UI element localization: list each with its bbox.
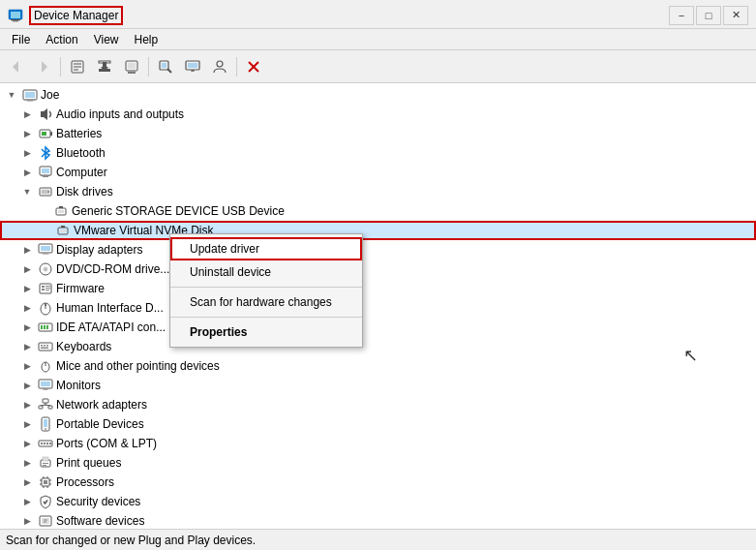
expand-monitors[interactable]: ▶: [19, 378, 35, 393]
expand-display[interactable]: ▶: [19, 242, 35, 258]
expand-bluetooth[interactable]: ▶: [19, 145, 35, 161]
svg-point-91: [45, 428, 46, 430]
svg-rect-102: [44, 480, 47, 484]
tree-item-ports[interactable]: ▶ Ports (COM & LPT): [0, 434, 756, 453]
tree-item-monitors[interactable]: ▶ Monitors: [0, 376, 756, 395]
svg-rect-63: [45, 290, 49, 290]
tree-item-mice[interactable]: ▶ Mice and other pointing devices: [0, 356, 756, 376]
tree-item-security[interactable]: ▶ Security devices: [0, 492, 756, 511]
expand-dvd[interactable]: ▶: [19, 261, 35, 277]
expand-ports[interactable]: ▶: [19, 436, 35, 451]
tree-item-firmware[interactable]: ▶ Firmware: [0, 279, 756, 298]
svg-rect-28: [25, 92, 35, 98]
expand-processors[interactable]: ▶: [19, 474, 35, 490]
menu-help[interactable]: Help: [127, 31, 166, 48]
expand-software[interactable]: ▶: [19, 513, 35, 529]
menu-view[interactable]: View: [86, 31, 127, 48]
icon-ports: [38, 436, 53, 451]
tree-item-audio[interactable]: ▶ Audio inputs and outputs: [0, 105, 756, 124]
expand-mice[interactable]: ▶: [19, 358, 35, 374]
svg-marker-4: [13, 61, 18, 73]
back-button[interactable]: [4, 55, 29, 78]
expand-hid[interactable]: ▶: [19, 300, 35, 316]
label-processors: Processors: [56, 475, 114, 489]
expand-keyboards[interactable]: ▶: [19, 339, 35, 354]
icon-joe: [22, 87, 38, 103]
ctx-uninstall-device[interactable]: Uninstall device: [170, 260, 362, 284]
close-button[interactable]: ✕: [723, 6, 748, 25]
svg-rect-40: [43, 176, 48, 177]
expand-audio[interactable]: ▶: [19, 107, 35, 122]
maximize-button[interactable]: □: [696, 6, 721, 25]
tree-item-network[interactable]: ▶ Network adapters: [0, 395, 756, 414]
icon-mice: [38, 358, 53, 374]
svg-point-94: [44, 443, 45, 444]
tree-item-computer[interactable]: ▶ Computer: [0, 163, 756, 182]
label-keyboards: Keyboards: [56, 340, 111, 353]
expand-vmware: [37, 223, 52, 238]
expand-diskdrives[interactable]: ▼: [19, 184, 35, 199]
toolbar-sep-1: [60, 57, 61, 76]
ctx-scan-hardware[interactable]: Scan for hardware changes: [170, 290, 362, 314]
tree-item-dvd[interactable]: ▶ DVD/CD-ROM drive...: [0, 260, 756, 279]
icon-software: [38, 513, 53, 529]
minimize-button[interactable]: −: [669, 6, 694, 25]
label-ports: Ports (COM & LPT): [56, 437, 157, 450]
tree-item-display[interactable]: ▶ Display adapters: [0, 240, 756, 260]
icon-network: [38, 397, 53, 412]
tree-item-keyboards[interactable]: ▶ Keyboards: [0, 337, 756, 356]
update-driver-button[interactable]: [92, 55, 117, 78]
svg-rect-112: [42, 518, 49, 524]
label-mice: Mice and other pointing devices: [56, 359, 220, 373]
tree-item-software[interactable]: ▶ Software devices: [0, 511, 756, 529]
tree-item-processors[interactable]: ▶ Processors: [0, 473, 756, 492]
menu-action[interactable]: Action: [38, 31, 85, 48]
svg-marker-5: [42, 61, 47, 73]
icon-diskdrives: [38, 184, 53, 199]
expand-ide[interactable]: ▶: [19, 320, 35, 335]
window-controls: − □ ✕: [669, 6, 748, 25]
expand-batteries[interactable]: ▶: [19, 126, 35, 141]
properties-button[interactable]: [65, 55, 90, 78]
monitor-button[interactable]: [180, 55, 205, 78]
expand-firmware[interactable]: ▶: [19, 281, 35, 296]
title-bar-left: Device Manager: [8, 6, 123, 25]
remove-button[interactable]: [241, 55, 266, 78]
label-ide: IDE ATA/ATAPI con...: [56, 321, 166, 334]
expand-joe[interactable]: ▼: [4, 87, 19, 103]
svg-rect-85: [48, 406, 52, 409]
ctx-properties[interactable]: Properties: [170, 321, 362, 344]
svg-rect-3: [11, 19, 20, 20]
tree-item-joe[interactable]: ▼ Joe: [0, 85, 756, 105]
svg-point-24: [217, 61, 223, 67]
user-button[interactable]: [207, 55, 232, 78]
tree-view[interactable]: ▼ Joe ▶ Audio inputs and outputs: [0, 83, 756, 529]
tree-item-print[interactable]: ▶ Print queues: [0, 453, 756, 473]
tree-item-batteries[interactable]: ▶ Batteries: [0, 124, 756, 143]
expand-computer[interactable]: ▶: [19, 165, 35, 180]
icon-portable: [38, 416, 53, 432]
svg-line-88: [45, 405, 50, 406]
ctx-update-driver[interactable]: Update driver: [170, 237, 362, 260]
tree-item-vmware[interactable]: VMware Virtual NVMe Disk: [0, 221, 756, 240]
expand-security[interactable]: ▶: [19, 494, 35, 509]
svg-rect-15: [128, 63, 136, 69]
expand-portable[interactable]: ▶: [19, 416, 35, 432]
icon-processors: [38, 474, 53, 490]
expand-print[interactable]: ▶: [19, 455, 35, 471]
forward-button[interactable]: [31, 55, 56, 78]
svg-rect-71: [39, 343, 52, 351]
menu-file[interactable]: File: [4, 31, 38, 48]
tree-item-hid[interactable]: ▶ Human Interface D...: [0, 298, 756, 318]
tree-item-diskdrives[interactable]: ▼ Disk drives: [0, 182, 756, 201]
svg-point-57: [45, 268, 46, 270]
uninstall-button[interactable]: [119, 55, 144, 78]
tree-item-portable[interactable]: ▶ Portable Devices: [0, 414, 756, 434]
scan-button[interactable]: [153, 55, 178, 78]
properties-icon: [70, 59, 85, 75]
tree-item-generic[interactable]: Generic STORAGE DEVICE USB Device: [0, 201, 756, 221]
tree-item-bluetooth[interactable]: ▶ Bluetooth: [0, 143, 756, 163]
tree-item-ide[interactable]: ▶ IDE ATA/ATAPI con...: [0, 318, 756, 337]
expand-network[interactable]: ▶: [19, 397, 35, 412]
svg-marker-31: [41, 108, 47, 120]
